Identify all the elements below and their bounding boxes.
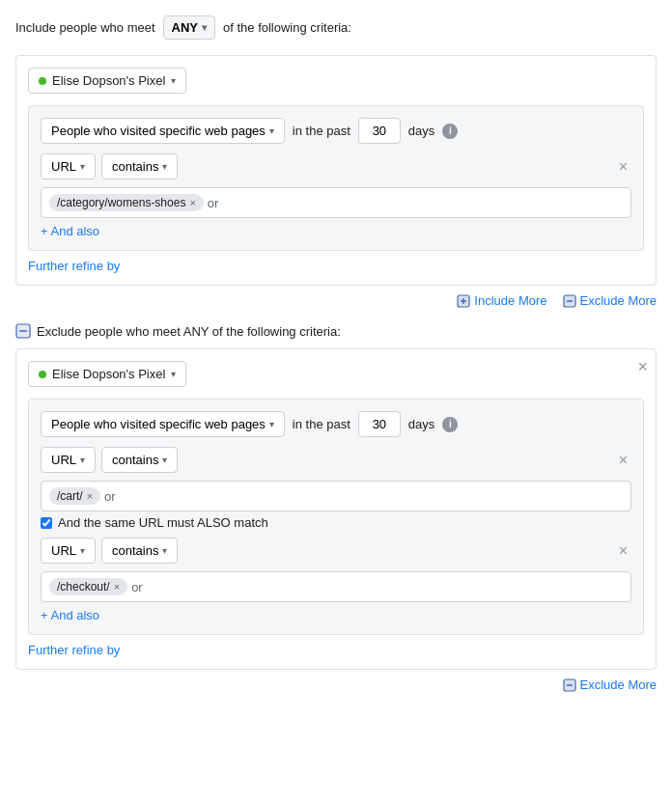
pixel-name-include: Elise Dopson's Pixel: [52, 73, 165, 88]
contains-chevron-exclude-1-icon: ▾: [162, 455, 167, 465]
include-section-block: Elise Dopson's Pixel ▾ People who visite…: [15, 55, 657, 286]
web-pages-dropdown-include[interactable]: People who visited specific web pages ▾: [41, 118, 285, 144]
days-label-exclude: days: [408, 417, 434, 431]
url-dropdown-include[interactable]: URL ▾: [41, 153, 96, 180]
web-pages-label-exclude: People who visited specific web pages: [51, 417, 266, 431]
exclude-condition-row: People who visited specific web pages ▾ …: [41, 411, 631, 437]
and-also-link-exclude[interactable]: + And also: [41, 608, 99, 622]
info-icon-exclude: i: [442, 417, 458, 432]
any-label: ANY: [172, 20, 198, 35]
url-tag-exclude-1: /cart/ ×: [49, 487, 100, 505]
url-chevron-exclude-1-icon: ▾: [80, 455, 85, 465]
and-also-link-include[interactable]: + And also: [41, 224, 99, 238]
tag-close-include[interactable]: ×: [189, 198, 195, 208]
also-match-row: And the same URL must ALSO match: [41, 515, 631, 530]
tag-value-include: /category/womens-shoes: [57, 196, 185, 209]
url-input-include[interactable]: /category/womens-shoes × or: [41, 187, 631, 218]
or-text-exclude-1: or: [104, 489, 116, 504]
remove-filter-exclude-1[interactable]: ×: [615, 451, 631, 470]
include-inner-box: People who visited specific web pages ▾ …: [28, 105, 644, 251]
info-icon-include: i: [442, 124, 458, 139]
exclude-header-icon: [15, 323, 31, 339]
remove-filter-include[interactable]: ×: [615, 157, 631, 177]
url-chevron-exclude-2-icon: ▾: [80, 545, 85, 556]
any-dropdown[interactable]: ANY ▾: [163, 15, 215, 40]
include-text: Include people who meet: [15, 20, 155, 35]
tag-value-exclude-1: /cart/: [57, 489, 83, 503]
of-following-text: of the following criteria:: [223, 20, 351, 35]
contains-dropdown-exclude-2[interactable]: contains ▾: [101, 538, 178, 564]
contains-chevron-exclude-2-icon: ▾: [162, 545, 167, 556]
tag-value-exclude-2: /checkout/: [57, 580, 110, 594]
exclude-more-link-top[interactable]: Exclude More: [563, 293, 657, 308]
pixel-selector-include[interactable]: Elise Dopson's Pixel ▾: [28, 68, 186, 94]
green-dot-icon-exclude: [39, 371, 46, 378]
days-input-include[interactable]: [358, 118, 401, 144]
include-condition-row: People who visited specific web pages ▾ …: [41, 118, 631, 144]
url-dropdown-exclude-1[interactable]: URL ▾: [41, 447, 96, 473]
exclude-more-icon-top: [563, 294, 576, 308]
exclude-more-link-bottom[interactable]: Exclude More: [563, 677, 657, 692]
contains-label-exclude-2: contains: [112, 543, 158, 558]
action-links-bar: Include More Exclude More: [15, 293, 657, 308]
web-pages-dropdown-exclude[interactable]: People who visited specific web pages ▾: [41, 411, 285, 437]
include-filter-row: URL ▾ contains ▾ ×: [41, 153, 631, 180]
days-input-exclude[interactable]: [358, 411, 401, 437]
tag-close-exclude-1[interactable]: ×: [87, 491, 93, 502]
exclude-header: Exclude people who meet ANY of the follo…: [15, 323, 657, 339]
also-match-checkbox[interactable]: [41, 517, 52, 529]
days-label-include: days: [408, 124, 434, 138]
in-past-text-exclude: in the past: [293, 417, 350, 431]
further-refine-exclude[interactable]: Further refine by: [28, 643, 120, 657]
also-match-text: And the same URL must ALSO match: [58, 515, 268, 530]
exclude-more-label-bottom: Exclude More: [580, 677, 657, 692]
web-pages-chevron-exclude-icon: ▾: [269, 419, 274, 429]
url-input-exclude-1[interactable]: /cart/ × or: [41, 481, 631, 511]
url-dropdown-exclude-2[interactable]: URL ▾: [41, 538, 96, 564]
contains-chevron-icon: ▾: [162, 161, 167, 172]
remove-filter-exclude-2[interactable]: ×: [615, 541, 631, 561]
exclude-more-label-top: Exclude More: [580, 293, 657, 308]
pixel-name-exclude: Elise Dopson's Pixel: [52, 367, 165, 381]
tag-close-exclude-2[interactable]: ×: [114, 582, 120, 593]
url-label-exclude-1: URL: [51, 453, 76, 467]
exclude-header-text: Exclude people who meet ANY of the follo…: [37, 324, 341, 339]
contains-label-exclude-1: contains: [112, 453, 158, 467]
url-tag-exclude-2: /checkout/ ×: [49, 578, 127, 595]
exclude-more-icon-bottom: [563, 678, 576, 692]
or-text-exclude-2: or: [131, 580, 143, 594]
url-tag-include: /category/womens-shoes ×: [49, 194, 204, 211]
in-past-text-include: in the past: [293, 124, 350, 138]
pixel-chevron-icon: ▾: [171, 75, 176, 86]
exclude-inner-box: People who visited specific web pages ▾ …: [28, 399, 644, 635]
contains-dropdown-exclude-1[interactable]: contains ▾: [101, 447, 178, 473]
url-chevron-icon: ▾: [80, 161, 85, 172]
url-label-exclude-2: URL: [51, 543, 76, 558]
pixel-selector-exclude[interactable]: Elise Dopson's Pixel ▾: [28, 361, 186, 387]
exclude-filter-row-2: URL ▾ contains ▾ ×: [41, 538, 631, 564]
exclude-filter-row-1: URL ▾ contains ▾ ×: [41, 447, 631, 473]
url-input-exclude-2[interactable]: /checkout/ × or: [41, 571, 631, 602]
include-more-label: Include More: [474, 293, 546, 308]
exclude-section-block: × Elise Dopson's Pixel ▾ People who visi…: [15, 348, 657, 670]
chevron-down-icon: ▾: [202, 22, 207, 33]
url-label-include: URL: [51, 159, 76, 174]
contains-dropdown-include[interactable]: contains ▾: [101, 153, 178, 180]
pixel-chevron-exclude-icon: ▾: [171, 369, 176, 379]
web-pages-label-include: People who visited specific web pages: [51, 124, 266, 138]
or-text-include: or: [208, 196, 219, 210]
further-refine-include[interactable]: Further refine by: [28, 259, 120, 273]
exclude-section-close[interactable]: ×: [637, 357, 648, 377]
bottom-action-bar: Exclude More: [15, 677, 657, 692]
contains-label-include: contains: [112, 159, 158, 174]
web-pages-chevron-icon: ▾: [269, 125, 274, 136]
green-dot-icon: [39, 77, 46, 85]
include-criteria-header: Include people who meet ANY ▾ of the fol…: [15, 15, 657, 40]
include-more-icon: [457, 294, 470, 308]
include-more-link[interactable]: Include More: [457, 293, 546, 308]
